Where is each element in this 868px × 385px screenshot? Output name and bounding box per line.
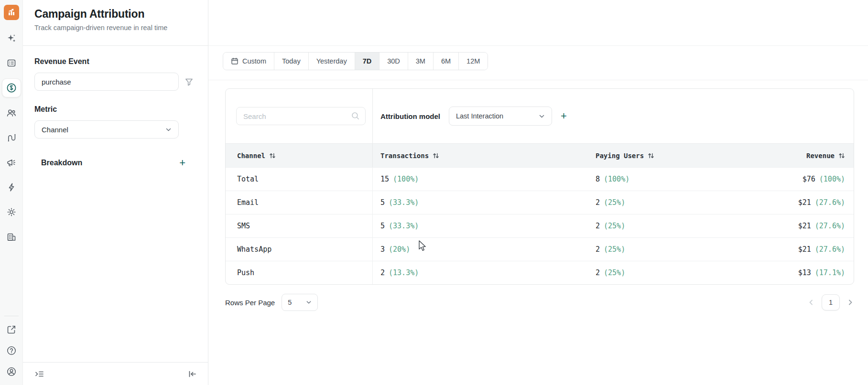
- megaphone-icon[interactable]: [2, 153, 21, 172]
- breakdown-label: Breakdown: [41, 159, 82, 167]
- section-divider: [208, 80, 868, 80]
- channel-cell: SMS: [237, 222, 250, 230]
- date-tab-30d[interactable]: 30D: [379, 53, 408, 70]
- table-row[interactable]: Push 2 (13.3%) 2 (25%) $13 (17.1%): [226, 261, 854, 284]
- company-icon[interactable]: [2, 227, 21, 246]
- rows-per-page-value: 5: [288, 299, 292, 306]
- next-page-icon[interactable]: [846, 299, 854, 306]
- main-header-strip: [208, 0, 868, 46]
- settings-gear-icon[interactable]: [2, 203, 21, 222]
- paying-users-pct: (25%): [604, 245, 625, 254]
- table-header-row: Channel Transactions Paying Users Revenu…: [226, 143, 854, 167]
- transactions-value: 5: [380, 198, 385, 207]
- attribution-table-card: Attribution model Last Interaction + Cha…: [225, 88, 854, 285]
- lightning-icon[interactable]: [2, 178, 21, 197]
- toggle-panel-list-icon[interactable]: [34, 369, 44, 379]
- page-title: Campaign Attribution: [34, 8, 196, 21]
- paying-users-value: 2: [596, 198, 600, 207]
- prev-page-icon[interactable]: [807, 299, 815, 306]
- attribution-model-value: Last Interaction: [456, 112, 503, 120]
- column-header-transactions: Transactions: [380, 152, 429, 160]
- paying-users-pct: (25%): [604, 268, 625, 277]
- paying-users-value: 2: [596, 222, 600, 230]
- sort-icon[interactable]: [838, 152, 845, 159]
- search-input[interactable]: [236, 107, 366, 125]
- metric-label: Metric: [34, 105, 196, 114]
- sort-icon[interactable]: [269, 152, 276, 159]
- table-row[interactable]: SMS 5 (33.3%) 2 (25%) $21 (27.6%): [226, 214, 854, 237]
- main-content: Custom Today Yesterday 7D 30D 3M 6M 12M …: [208, 0, 868, 385]
- revenue-value: $21: [798, 245, 811, 254]
- table-row[interactable]: Total 15 (100%) 8 (100%) $76 (100%): [226, 167, 854, 191]
- help-icon[interactable]: [2, 341, 21, 360]
- date-tab-today[interactable]: Today: [274, 53, 308, 70]
- date-tab-custom[interactable]: Custom: [223, 53, 274, 70]
- transactions-pct: (100%): [393, 175, 419, 183]
- transactions-value: 3: [380, 245, 385, 254]
- journeys-icon[interactable]: [2, 128, 21, 147]
- revenue-pct: (27.6%): [815, 245, 845, 254]
- transactions-value: 5: [380, 222, 385, 230]
- transactions-pct: (33.3%): [389, 198, 419, 207]
- external-link-icon[interactable]: [2, 320, 21, 339]
- app-logo-icon[interactable]: [4, 5, 19, 20]
- chevron-down-icon: [539, 113, 545, 119]
- revenue-value: $76: [803, 175, 815, 183]
- paying-users-pct: (100%): [604, 175, 629, 183]
- date-tab-label: Custom: [242, 57, 266, 65]
- table-row[interactable]: Email 5 (33.3%) 2 (25%) $21 (27.6%): [226, 191, 854, 214]
- revenue-dollar-icon[interactable]: [2, 78, 21, 97]
- column-header-revenue: Revenue: [806, 152, 835, 160]
- users-icon[interactable]: [2, 103, 21, 122]
- date-tab-label: Yesterday: [316, 57, 347, 65]
- channel-cell: WhatsApp: [237, 245, 271, 254]
- column-header-paying-users: Paying Users: [596, 152, 644, 160]
- date-tab-label: 12M: [467, 57, 480, 65]
- account-icon[interactable]: [2, 362, 21, 381]
- date-tab-3m[interactable]: 3M: [408, 53, 433, 70]
- config-sidebar: Campaign Attribution Track campaign-driv…: [23, 0, 208, 385]
- rows-per-page-select[interactable]: 5: [282, 294, 318, 311]
- transactions-pct: (20%): [389, 245, 410, 254]
- paying-users-value: 2: [596, 268, 600, 277]
- column-header-channel: Channel: [237, 152, 265, 160]
- transactions-value: 2: [380, 268, 385, 277]
- metric-select-value: Channel: [42, 126, 68, 134]
- metric-select[interactable]: Channel: [34, 120, 179, 139]
- date-tab-label: Today: [282, 57, 301, 65]
- date-tab-label: 3M: [416, 57, 425, 65]
- date-tab-6m[interactable]: 6M: [433, 53, 458, 70]
- add-attribution-button[interactable]: +: [561, 111, 567, 121]
- revenue-value: $13: [798, 268, 811, 277]
- revenue-pct: (100%): [819, 175, 845, 183]
- filter-funnel-icon[interactable]: [184, 77, 194, 86]
- date-tab-12m[interactable]: 12M: [458, 53, 488, 70]
- attribution-model-select[interactable]: Last Interaction: [449, 107, 552, 126]
- revenue-event-input[interactable]: [34, 73, 179, 91]
- date-tab-7d[interactable]: 7D: [355, 53, 380, 70]
- dashboard-icon[interactable]: [2, 53, 21, 73]
- rows-per-page-label: Rows Per Page: [225, 299, 275, 307]
- transactions-pct: (33.3%): [389, 222, 419, 230]
- sort-icon[interactable]: [433, 152, 439, 159]
- date-tab-label: 6M: [441, 57, 451, 65]
- revenue-pct: (27.6%): [815, 222, 845, 230]
- collapse-sidebar-icon[interactable]: [187, 369, 196, 379]
- sort-icon[interactable]: [648, 152, 654, 159]
- chevron-down-icon: [306, 299, 312, 305]
- page-header: Campaign Attribution Track campaign-driv…: [23, 0, 208, 46]
- revenue-event-label: Revenue Event: [34, 57, 196, 66]
- revenue-pct: (17.1%): [815, 268, 845, 277]
- page-subtitle: Track campaign-driven revenue in real ti…: [34, 24, 196, 32]
- page-number-button[interactable]: 1: [822, 294, 840, 310]
- paying-users-pct: (25%): [604, 198, 625, 207]
- paying-users-pct: (25%): [604, 222, 625, 230]
- date-tab-yesterday[interactable]: Yesterday: [308, 53, 355, 70]
- date-range-tabs: Custom Today Yesterday 7D 30D 3M 6M 12M: [223, 52, 488, 70]
- chevron-down-icon: [165, 127, 172, 133]
- attribution-model-label: Attribution model: [380, 112, 440, 120]
- paying-users-value: 8: [596, 175, 600, 183]
- breakdown-add-button[interactable]: +: [179, 158, 185, 168]
- sparkles-icon[interactable]: [2, 29, 21, 48]
- table-row[interactable]: WhatsApp 3 (20%) 2 (25%) $21 (27.6%): [226, 237, 854, 261]
